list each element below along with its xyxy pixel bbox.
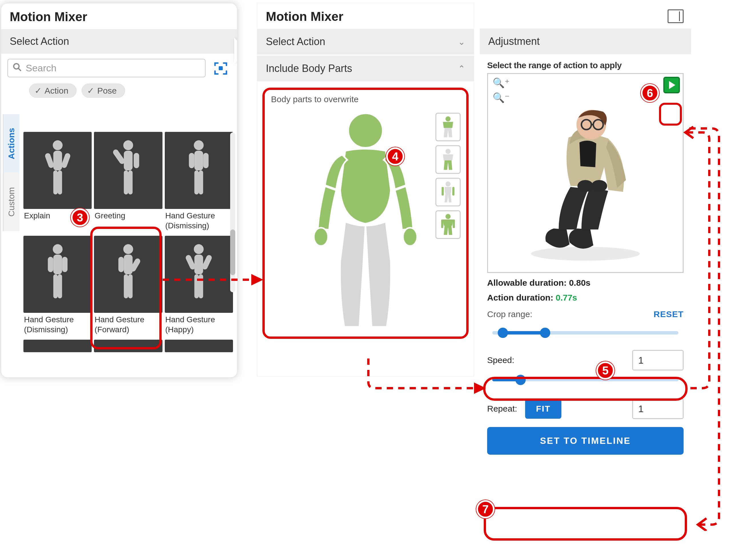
svg-rect-17 bbox=[189, 153, 194, 168]
speed-thumb[interactable] bbox=[516, 375, 526, 385]
speed-input[interactable]: 1 bbox=[632, 350, 684, 370]
select-action-section[interactable]: Select Action ⌄ bbox=[257, 29, 474, 55]
thumb-label: Greeting bbox=[94, 209, 162, 223]
svg-rect-10 bbox=[124, 151, 133, 170]
search-input[interactable] bbox=[25, 62, 200, 74]
thumb-label: Hand Gesture (Happy) bbox=[165, 313, 233, 337]
chevron-up-icon: ⌃ bbox=[458, 64, 465, 74]
svg-rect-46 bbox=[452, 187, 455, 196]
svg-point-56 bbox=[591, 180, 607, 192]
chip-action[interactable]: ✓ Action bbox=[29, 84, 76, 98]
thumb-label: Hand Gesture (Dismissing) bbox=[23, 313, 92, 337]
speed-label: Speed: bbox=[487, 355, 514, 365]
step-badge-7: 7 bbox=[476, 500, 495, 518]
svg-rect-14 bbox=[128, 170, 132, 194]
svg-point-41 bbox=[403, 228, 417, 246]
svg-rect-16 bbox=[194, 151, 203, 170]
svg-point-44 bbox=[446, 182, 451, 187]
svg-rect-12 bbox=[134, 153, 139, 168]
side-tab-actions[interactable]: Actions bbox=[3, 114, 19, 173]
svg-rect-5 bbox=[44, 152, 55, 169]
svg-rect-19 bbox=[194, 170, 199, 194]
svg-rect-24 bbox=[62, 257, 67, 272]
thumb-partial[interactable] bbox=[165, 340, 233, 352]
motion-mixer-popout: Motion Mixer Select Action ✓ Action ✓ Po… bbox=[1, 3, 237, 378]
svg-point-9 bbox=[123, 140, 133, 150]
search-box[interactable] bbox=[7, 59, 205, 77]
play-button[interactable] bbox=[663, 77, 680, 93]
svg-point-27 bbox=[123, 244, 133, 254]
preset-lower[interactable] bbox=[436, 145, 461, 174]
svg-rect-22 bbox=[53, 255, 62, 274]
callout-wedge bbox=[234, 38, 237, 64]
chip-pose[interactable]: ✓ Pose bbox=[82, 84, 125, 98]
thumb-label: Hand Gesture (Forward) bbox=[94, 313, 162, 337]
crop-range-row: Crop range: RESET bbox=[487, 309, 684, 319]
thumb-greeting[interactable]: Greeting bbox=[94, 132, 162, 233]
adjustment-title: Adjustment bbox=[488, 35, 540, 47]
chip-action-label: Action bbox=[45, 86, 68, 96]
svg-point-21 bbox=[53, 244, 63, 254]
svg-rect-8 bbox=[58, 170, 62, 194]
svg-line-1 bbox=[18, 68, 21, 71]
select-action-header[interactable]: Select Action bbox=[1, 29, 237, 54]
body-parts-area: Body parts to overwrite bbox=[262, 88, 469, 339]
zoom-in-icon[interactable]: 🔍⁺ bbox=[491, 77, 512, 89]
check-icon: ✓ bbox=[35, 86, 42, 96]
svg-rect-7 bbox=[53, 170, 57, 194]
thumb-partial[interactable] bbox=[94, 340, 162, 352]
set-to-timeline-button[interactable]: SET TO TIMELINE bbox=[487, 427, 684, 455]
svg-rect-11 bbox=[112, 148, 126, 165]
allowable-duration-value: 0.80s bbox=[569, 278, 591, 287]
thumb-label: Hand Gesture (Dismissing) bbox=[165, 209, 233, 233]
panel-layout-icon[interactable] bbox=[668, 9, 684, 23]
select-action-label: Select Action bbox=[266, 36, 325, 48]
svg-rect-18 bbox=[203, 153, 209, 168]
action-duration-label: Action duration: bbox=[487, 293, 553, 302]
step-badge-4: 4 bbox=[386, 147, 404, 166]
svg-rect-49 bbox=[453, 219, 455, 228]
svg-rect-38 bbox=[199, 274, 203, 298]
preset-upper[interactable] bbox=[436, 113, 461, 141]
include-body-parts-label: Include Body Parts bbox=[266, 63, 352, 74]
scrollbar-handle[interactable] bbox=[230, 229, 235, 275]
popout-title: Motion Mixer bbox=[1, 3, 237, 29]
thumb-hand-gesture-dismissing-2[interactable]: Hand Gesture (Dismissing) bbox=[23, 236, 92, 337]
svg-rect-20 bbox=[199, 170, 203, 194]
check-icon: ✓ bbox=[87, 86, 94, 96]
thumb-hand-gesture-happy[interactable]: Hand Gesture (Happy) bbox=[165, 236, 233, 337]
crop-range-thumb-end[interactable] bbox=[540, 328, 550, 338]
svg-rect-48 bbox=[441, 219, 444, 228]
allowable-duration-label: Allowable duration: bbox=[487, 278, 567, 287]
crop-range-thumb-start[interactable] bbox=[498, 328, 508, 338]
play-icon bbox=[669, 81, 675, 89]
action-duration-value: 0.77s bbox=[556, 293, 577, 302]
chevron-down-icon: ⌄ bbox=[458, 37, 465, 47]
svg-rect-23 bbox=[48, 257, 53, 272]
include-body-parts-section[interactable]: Include Body Parts ⌃ bbox=[257, 56, 474, 81]
preset-arms[interactable] bbox=[436, 178, 461, 206]
thumb-partial[interactable] bbox=[23, 340, 92, 352]
thumbnails-scrollbar[interactable] bbox=[230, 132, 235, 292]
repeat-input[interactable]: 1 bbox=[632, 398, 684, 419]
zoom-out-icon[interactable]: 🔍⁻ bbox=[491, 92, 512, 104]
thumb-hand-gesture-dismissing[interactable]: Hand Gesture (Dismissing) bbox=[165, 132, 233, 233]
svg-point-0 bbox=[14, 64, 19, 69]
repeat-label: Repeat: bbox=[487, 404, 517, 414]
speed-slider[interactable] bbox=[487, 372, 684, 388]
motion-mixer-panel: Motion Mixer Select Action ⌄ Include Bod… bbox=[257, 3, 474, 377]
allowable-duration: Allowable duration: 0.80s bbox=[487, 278, 684, 288]
svg-rect-28 bbox=[124, 255, 133, 274]
svg-point-42 bbox=[446, 116, 451, 122]
chip-pose-label: Pose bbox=[97, 86, 116, 96]
focus-frame-icon[interactable] bbox=[211, 59, 231, 77]
search-row bbox=[1, 54, 237, 82]
crop-range-slider[interactable] bbox=[487, 321, 684, 342]
thumb-hand-gesture-forward[interactable]: Hand Gesture (Forward) bbox=[94, 236, 162, 337]
side-tab-custom[interactable]: Custom bbox=[3, 173, 19, 231]
adjustment-hint: Select the range of action to apply bbox=[487, 61, 684, 70]
svg-rect-29 bbox=[118, 257, 124, 272]
preset-full[interactable] bbox=[436, 210, 461, 239]
fit-button[interactable]: FIT bbox=[525, 399, 561, 419]
reset-button[interactable]: RESET bbox=[654, 309, 684, 319]
